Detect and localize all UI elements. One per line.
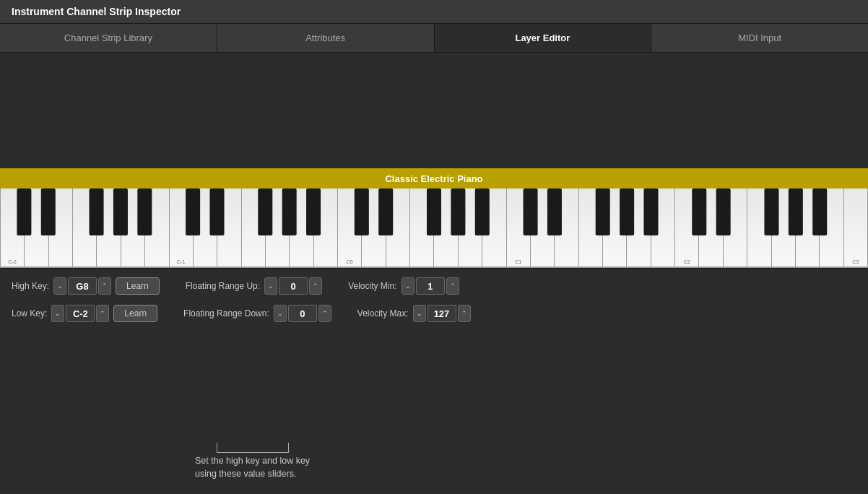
- white-key[interactable]: [530, 188, 554, 268]
- white-key[interactable]: [747, 188, 771, 268]
- title-bar: Instrument Channel Strip Inspector: [0, 0, 868, 24]
- tab-layer-editor[interactable]: Layer Editor: [435, 24, 652, 52]
- white-key[interactable]: [409, 188, 433, 268]
- white-key[interactable]: [602, 188, 626, 268]
- white-key[interactable]: [433, 188, 457, 268]
- floating-down-down-btn[interactable]: ⌄: [274, 305, 287, 322]
- white-key[interactable]: [265, 188, 289, 268]
- white-key[interactable]: C3: [843, 188, 868, 268]
- low-key-value-display: ⌄ C-2 ⌃: [51, 305, 109, 322]
- velocity-max-value[interactable]: 127: [428, 305, 456, 322]
- white-key[interactable]: [241, 188, 265, 268]
- high-key-value[interactable]: G8: [68, 277, 97, 295]
- high-key-group: High Key: ⌄ G8 ⌃ Learn: [12, 277, 160, 295]
- white-key[interactable]: [24, 188, 48, 268]
- low-key-group: Low Key: ⌄ C-2 ⌃ Learn: [12, 305, 157, 322]
- white-key[interactable]: C-2: [0, 188, 24, 268]
- white-key[interactable]: [96, 188, 120, 268]
- floating-up-down-btn[interactable]: ⌄: [264, 277, 277, 295]
- white-key[interactable]: C0: [337, 188, 361, 268]
- floating-range-up-group: Floating Range Up: ⌄ 0 ⌃: [186, 277, 322, 295]
- floating-down-up-btn[interactable]: ⌃: [318, 305, 331, 322]
- high-key-up-btn[interactable]: ⌃: [98, 277, 111, 295]
- controls-bar: High Key: ⌄ G8 ⌃ Learn Floating Range Up…: [0, 268, 868, 331]
- white-keys[interactable]: C-2C-1C0C1C2C3: [0, 188, 868, 268]
- white-key[interactable]: [578, 188, 602, 268]
- high-key-down-btn[interactable]: ⌄: [53, 277, 66, 295]
- white-key[interactable]: C1: [506, 188, 530, 268]
- white-key[interactable]: [651, 188, 674, 268]
- white-key[interactable]: [723, 188, 747, 268]
- low-key-label: Low Key:: [12, 308, 47, 318]
- velocity-max-display: ⌄ 127 ⌃: [413, 305, 471, 322]
- low-key-value[interactable]: C-2: [66, 305, 95, 322]
- white-key[interactable]: [458, 188, 482, 268]
- floating-range-down-group: Floating Range Down: ⌄ 0 ⌃: [183, 305, 331, 322]
- white-key[interactable]: [72, 188, 96, 268]
- white-key[interactable]: [626, 188, 650, 268]
- white-key[interactable]: [289, 188, 313, 268]
- white-key[interactable]: [386, 188, 409, 268]
- white-key[interactable]: C-1: [169, 188, 193, 268]
- velocity-min-value[interactable]: 1: [416, 277, 445, 295]
- white-key[interactable]: C2: [674, 188, 698, 268]
- floating-range-down-value[interactable]: 0: [288, 305, 317, 322]
- white-key[interactable]: [144, 188, 168, 268]
- piano-keyboard[interactable]: C-2C-1C0C1C2C3: [0, 188, 868, 268]
- velocity-max-down-btn[interactable]: ⌄: [413, 305, 426, 322]
- tooltip-text: Set the high key and low key using these…: [195, 454, 310, 482]
- tooltip-line1: Set the high key and low key: [195, 454, 310, 468]
- tooltip-line2: using these value sliders.: [195, 467, 310, 481]
- tab-attributes[interactable]: Attributes: [217, 24, 435, 52]
- white-key[interactable]: [554, 188, 578, 268]
- tab-midi-input[interactable]: MIDI Input: [651, 24, 868, 52]
- white-key[interactable]: [121, 188, 144, 268]
- instrument-label-bar: Classic Electric Piano: [0, 168, 868, 188]
- floating-range-up-display: ⌄ 0 ⌃: [264, 277, 322, 295]
- velocity-min-label: Velocity Min:: [348, 281, 396, 291]
- floating-range-up-value[interactable]: 0: [279, 277, 308, 295]
- velocity-min-group: Velocity Min: ⌄ 1 ⌃: [348, 277, 459, 295]
- controls-row-2: Low Key: ⌄ C-2 ⌃ Learn Floating Range Do…: [12, 302, 856, 325]
- velocity-max-group: Velocity Max: ⌄ 127 ⌃: [357, 305, 471, 322]
- floating-range-up-label: Floating Range Up:: [186, 281, 260, 291]
- high-key-learn-btn[interactable]: Learn: [116, 277, 160, 295]
- white-key[interactable]: [482, 188, 505, 268]
- floating-up-up-btn[interactable]: ⌃: [309, 277, 322, 295]
- white-key[interactable]: [217, 188, 240, 268]
- white-key[interactable]: [795, 188, 819, 268]
- white-key[interactable]: [313, 188, 337, 268]
- high-key-label: High Key:: [12, 281, 49, 291]
- floating-range-down-display: ⌄ 0 ⌃: [274, 305, 331, 322]
- velocity-max-up-btn[interactable]: ⌃: [458, 305, 471, 322]
- controls-row-1: High Key: ⌄ G8 ⌃ Learn Floating Range Up…: [12, 274, 856, 298]
- velocity-max-label: Velocity Max:: [357, 308, 409, 318]
- tooltip-container: Set the high key and low key using these…: [195, 443, 310, 482]
- floating-range-down-label: Floating Range Down:: [183, 308, 269, 318]
- white-key[interactable]: [361, 188, 385, 268]
- window-title: Instrument Channel Strip Inspector: [12, 6, 856, 17]
- velocity-min-display: ⌄ 1 ⌃: [402, 277, 459, 295]
- low-key-learn-btn[interactable]: Learn: [113, 305, 157, 322]
- white-key[interactable]: [698, 188, 722, 268]
- white-key[interactable]: [771, 188, 795, 268]
- instrument-name: Classic Electric Piano: [385, 173, 482, 184]
- velocity-min-down-btn[interactable]: ⌄: [402, 277, 415, 295]
- tab-bar: Channel Strip Library Attributes Layer E…: [0, 24, 868, 53]
- velocity-min-up-btn[interactable]: ⌃: [446, 277, 459, 295]
- tooltip-bracket-area: [217, 443, 310, 453]
- white-key[interactable]: [819, 188, 843, 268]
- content-area: [0, 53, 868, 168]
- low-key-up-btn[interactable]: ⌃: [96, 305, 109, 322]
- low-key-down-btn[interactable]: ⌄: [51, 305, 64, 322]
- white-key[interactable]: [48, 188, 72, 268]
- tab-channel-strip-library[interactable]: Channel Strip Library: [0, 24, 217, 52]
- tooltip-bracket-icon: [217, 443, 289, 453]
- white-key[interactable]: [193, 188, 217, 268]
- high-key-value-display: ⌄ G8 ⌃: [53, 277, 111, 295]
